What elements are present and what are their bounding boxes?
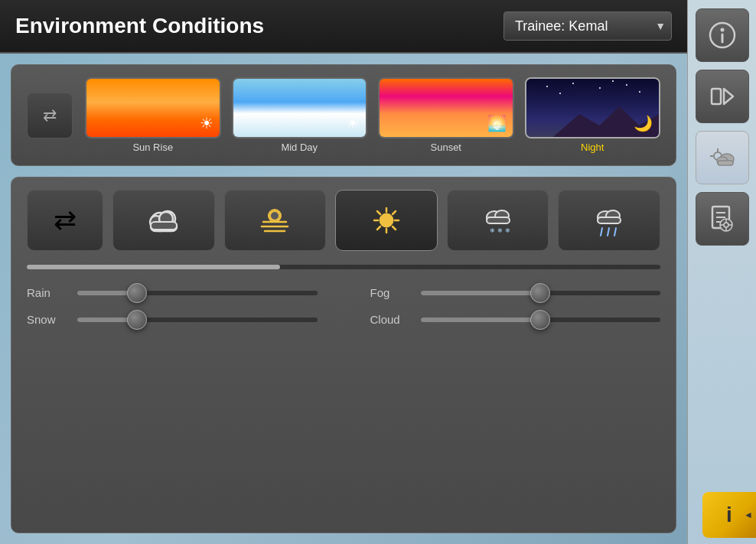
night-gradient: 🌙 [526, 79, 660, 137]
midday-gradient: ☀ [233, 79, 367, 137]
rain-icon [590, 204, 628, 237]
sunrise-gradient: ☀ [86, 79, 220, 137]
svg-point-34 [720, 28, 724, 32]
svg-rect-6 [151, 222, 177, 230]
midday-icon: ☀ [346, 114, 360, 132]
weather-sunny-button[interactable] [335, 190, 438, 251]
header: Environment Conditions Trainee: Kemal ▼ [0, 0, 687, 54]
tod-night-label: Night [581, 142, 604, 153]
svg-text:❄: ❄ [490, 227, 495, 234]
sunny-icon [367, 205, 406, 236]
cloud-slider-item: Cloud [370, 313, 661, 326]
tod-panel: ⇄ ☀ Sun Rise ☀ [11, 64, 676, 166]
svg-text:❄: ❄ [505, 227, 510, 234]
left-sliders: Rain Snow [27, 286, 318, 326]
tod-night-img: 🌙 [525, 77, 661, 138]
svg-line-31 [608, 228, 609, 236]
sidebar-weather-button[interactable] [696, 131, 749, 184]
weather-rain-button[interactable] [558, 190, 660, 251]
tod-images: ☀ Sun Rise ☀ Mid Day [85, 77, 660, 153]
sunset-icon: 🌅 [487, 114, 507, 132]
sunrise-icon: ☀ [200, 114, 213, 132]
trainee-dropdown[interactable]: Trainee: Kemal [503, 11, 672, 41]
svg-point-12 [380, 213, 393, 227]
tod-sunrise-img: ☀ [85, 77, 221, 138]
sidebar-info-button[interactable] [696, 8, 749, 62]
weather-cloudy-button[interactable] [112, 190, 215, 251]
snow-slider[interactable] [77, 318, 318, 322]
weather-progress-bar [27, 265, 660, 269]
play-icon [709, 83, 736, 110]
tod-sunrise-label: Sun Rise [132, 142, 173, 153]
rain-label: Rain [27, 286, 65, 299]
rain-slider-item: Rain [27, 286, 318, 299]
snow-label: Snow [27, 313, 65, 326]
weather-shuffle-button[interactable]: ⇄ [27, 190, 103, 251]
svg-line-20 [377, 226, 380, 230]
shuffle-icon: ⇄ [43, 106, 57, 125]
info-badge-icon: i [726, 503, 732, 527]
tod-item-sunrise[interactable]: ☀ Sun Rise [85, 77, 221, 153]
cloudy-icon [145, 205, 183, 236]
weather-panel: ⇄ [11, 177, 676, 533]
weather-fog-button[interactable] [224, 190, 327, 251]
svg-line-18 [393, 226, 396, 230]
night-icon: 🌙 [634, 114, 653, 132]
info-circle-icon [709, 21, 736, 49]
cloud-label: Cloud [370, 313, 409, 326]
rain-thumb[interactable] [127, 283, 147, 303]
tod-item-night[interactable]: 🌙 Night [525, 77, 661, 153]
snow-icon: ❄ ❄ ❄ [479, 204, 517, 237]
weather-tab-icon [707, 144, 738, 171]
tod-shuffle-button[interactable]: ⇄ [27, 93, 73, 138]
body-area: ⇄ ☀ Sun Rise ☀ [0, 54, 687, 544]
sidebar-docs-button[interactable] [696, 192, 749, 246]
svg-line-30 [601, 228, 602, 236]
fog-label: Fog [370, 286, 409, 299]
fog-slider[interactable] [421, 291, 661, 295]
tod-item-midday[interactable]: ☀ Mid Day [232, 77, 368, 153]
tod-sunset-img: 🌅 [378, 77, 514, 138]
snow-slider-item: Snow [27, 313, 318, 326]
cloud-fill [421, 318, 541, 322]
svg-rect-36 [712, 89, 721, 104]
svg-rect-29 [598, 217, 621, 223]
weather-shuffle-icon: ⇄ [54, 204, 77, 236]
rain-slider[interactable] [77, 291, 318, 295]
docs-icon [709, 205, 735, 233]
svg-rect-23 [487, 217, 510, 223]
fog-slider-item: Fog [370, 286, 661, 299]
sunset-gradient: 🌅 [380, 79, 513, 137]
sliders-divider [344, 286, 344, 326]
cloud-thumb[interactable] [530, 310, 550, 330]
weather-snow-button[interactable]: ❄ ❄ ❄ [447, 190, 549, 251]
fog-icon [256, 205, 294, 236]
right-sliders: Fog Cloud [370, 286, 661, 326]
right-sidebar: i [687, 0, 756, 544]
weather-icons-row: ⇄ [27, 190, 660, 251]
sidebar-play-button[interactable] [696, 70, 749, 123]
tod-item-sunset[interactable]: 🌅 Sunset [378, 77, 514, 153]
svg-line-19 [393, 211, 396, 214]
sidebar-info-corner-badge[interactable]: i [702, 492, 756, 538]
svg-point-11 [270, 211, 279, 220]
cloud-slider[interactable] [421, 318, 661, 322]
page-title: Environment Conditions [15, 14, 503, 38]
svg-text:❄: ❄ [497, 227, 503, 234]
sliders-group: Rain Snow [27, 286, 660, 326]
snow-thumb[interactable] [127, 310, 147, 330]
main-content: Environment Conditions Trainee: Kemal ▼ … [0, 0, 687, 544]
svg-line-17 [377, 211, 380, 214]
tod-midday-label: Mid Day [281, 142, 318, 153]
svg-marker-37 [724, 89, 733, 104]
svg-line-32 [614, 228, 616, 236]
svg-rect-44 [718, 161, 733, 165]
tod-sunset-label: Sunset [431, 142, 461, 153]
fog-fill [421, 291, 541, 295]
tod-midday-img: ☀ [232, 77, 368, 138]
fog-thumb[interactable] [530, 283, 550, 303]
trainee-dropdown-wrapper: Trainee: Kemal ▼ [503, 11, 672, 41]
